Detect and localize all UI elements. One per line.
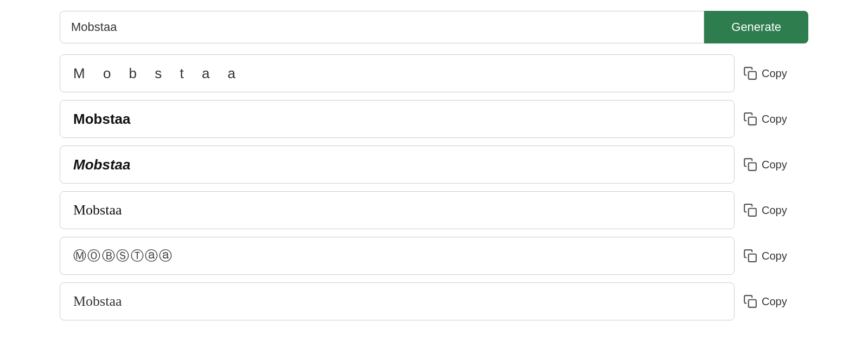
result-box-serif: Mobstaa [60, 282, 735, 320]
result-box-cursive: Mobstaa [60, 191, 735, 229]
copy-icon [743, 294, 757, 308]
svg-rect-2 [749, 163, 756, 171]
result-box-circled: ⓂⓄⒷⓈⓉⓐⓐ [60, 237, 735, 275]
result-box-bold: Mobstaa [60, 100, 735, 138]
copy-label-bold-italic: Copy [762, 159, 787, 171]
copy-button-cursive[interactable]: Copy [743, 203, 808, 217]
result-row: MobstaaCopy [60, 282, 808, 320]
generate-button[interactable]: Generate [704, 11, 808, 43]
result-row: MobstaaCopy [60, 146, 808, 184]
copy-button-bold[interactable]: Copy [743, 112, 808, 126]
svg-rect-1 [749, 117, 756, 125]
text-input[interactable] [60, 11, 704, 43]
svg-rect-5 [749, 300, 756, 307]
copy-label-bold: Copy [762, 113, 787, 125]
copy-icon [743, 158, 757, 172]
copy-button-bold-italic[interactable]: Copy [743, 158, 808, 172]
svg-rect-3 [749, 209, 756, 216]
copy-label-serif: Copy [762, 295, 787, 308]
copy-icon [743, 66, 757, 80]
result-text-spaced: M o b s t a a [73, 65, 242, 82]
result-text-bold: Mobstaa [73, 111, 130, 128]
result-text-bold-italic: Mobstaa [73, 156, 130, 173]
copy-button-serif[interactable]: Copy [743, 294, 808, 308]
svg-rect-4 [749, 254, 756, 262]
copy-label-spaced: Copy [762, 67, 787, 80]
copy-icon [743, 112, 757, 126]
result-text-circled: ⓂⓄⒷⓈⓉⓐⓐ [73, 247, 174, 264]
copy-button-circled[interactable]: Copy [743, 249, 808, 263]
copy-icon [743, 203, 757, 217]
copy-button-spaced[interactable]: Copy [743, 66, 808, 80]
result-row: MobstaaCopy [60, 100, 808, 138]
result-box-spaced: M o b s t a a [60, 54, 735, 92]
copy-icon [743, 249, 757, 263]
result-row: ⓂⓄⒷⓈⓉⓐⓐCopy [60, 237, 808, 275]
results-container: M o b s t a aCopyMobstaaCopyMobstaaCopyM… [60, 54, 808, 320]
copy-label-circled: Copy [762, 250, 787, 262]
result-text-cursive: Mobstaa [73, 202, 122, 218]
result-text-serif: Mobstaa [73, 293, 122, 310]
result-row: M o b s t a aCopy [60, 54, 808, 92]
result-row: MobstaaCopy [60, 191, 808, 229]
copy-label-cursive: Copy [762, 204, 787, 217]
svg-rect-0 [749, 72, 756, 79]
result-box-bold-italic: Mobstaa [60, 146, 735, 184]
top-bar: Generate [60, 11, 808, 43]
